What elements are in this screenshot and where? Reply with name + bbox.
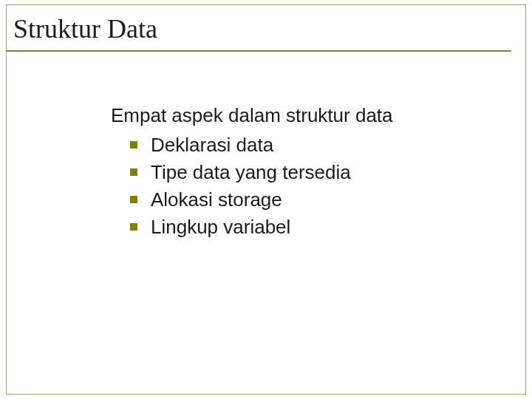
list-item: Tipe data yang tersedia [130,160,502,185]
bullet-text: Alokasi storage [151,188,282,211]
lead-text: Empat aspek dalam struktur data [111,103,502,128]
list-item: Alokasi storage [130,187,502,213]
bullet-text: Lingkup variabel [151,216,290,238]
slide-content: Empat aspek dalam struktur data Deklaras… [111,103,502,242]
list-item: Lingkup variabel [130,214,502,240]
bullet-text: Tipe data yang tersedia [151,161,351,183]
bullet-text: Deklarasi data [151,134,273,156]
slide-title: Struktur Data [13,13,511,44]
bullet-list: Deklarasi data Tipe data yang tersedia A… [111,132,502,240]
list-item: Deklarasi data [130,132,502,158]
title-bar: Struktur Data [6,13,511,52]
